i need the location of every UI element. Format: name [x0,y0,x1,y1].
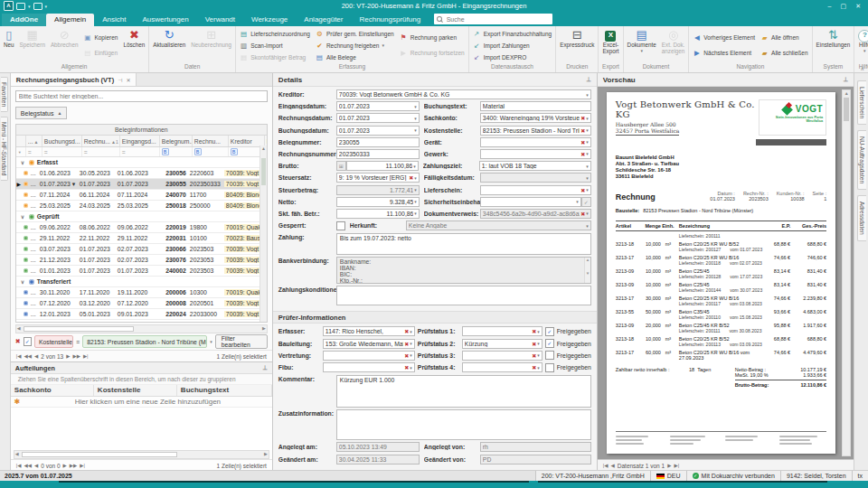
prev-page-icon[interactable]: ◀ [34,463,38,468]
dock-tab-adressdaten[interactable]: Adressdaten [857,195,866,241]
scrollbar-thumb[interactable] [24,326,134,332]
chevron-down-icon[interactable]: ▾ [586,92,589,98]
open-icon[interactable] [16,3,25,10]
geraet-field[interactable]: ✖▾ [480,137,591,147]
export-finanzbuchhaltung-button[interactable]: ↗Export Finanzbuchhaltung [473,28,552,39]
edit-filter-button[interactable]: Filter bearbeiten [215,334,268,349]
freigegeben-checkbox[interactable] [545,363,554,372]
person-field[interactable]: 1147: Rico Henschel,✖▾ [323,326,415,336]
zahlung-field[interactable]: Bis zum 19.07.2023: netto [336,233,591,255]
chevron-down-icon[interactable]: ▾ [414,199,417,204]
dock-tab-nu-auftragsdaten[interactable]: NU-Auftragsdaten [857,130,866,190]
chevron-down-icon[interactable]: ▾ [410,365,412,371]
chevron-down-icon[interactable]: ▾ [586,187,589,192]
chevron-down-icon[interactable]: ▾ [576,199,579,204]
column-header-4[interactable]: Belegnum... [160,136,193,146]
clear-icon[interactable]: ✖ [532,364,536,371]
chevron-down-icon[interactable]: ▾ [410,352,412,358]
chevron-down-icon[interactable]: ▾ [414,175,417,181]
dokumente-button[interactable]: ▤Dokumente▾ [625,27,659,63]
ribbon-tab-ansicht[interactable]: Ansicht [94,14,134,26]
column-header-5[interactable]: Rechnu... [193,136,229,146]
chevron-down-icon[interactable]: ▾ [410,329,412,334]
chevron-down-icon[interactable]: ▾ [586,151,589,156]
aktualisieren-button[interactable]: ↻Aktualisieren [150,27,188,63]
chevron-down-icon[interactable]: ∨ [16,278,29,285]
buchungsdatum-field[interactable]: 01.07.2023▾ [336,126,420,136]
alle-belege-button[interactable]: ▤Alle Belege [316,52,394,62]
next-page-icon[interactable]: ▶ [63,463,67,468]
clear-icon[interactable]: ✖ [580,211,585,217]
lieferschein-field[interactable]: ✖▾ [480,185,591,195]
first-page-icon[interactable]: |◀ [16,353,22,359]
dock-tab-menu[interactable]: Menü - HF-Standard [1,117,8,181]
prev-page-icon[interactable]: ◀ [34,353,38,359]
clear-icon[interactable]: ✖ [404,328,409,334]
filter-cell-3[interactable]: = [120,147,160,156]
chevron-down-icon[interactable]: ▾ [210,339,212,344]
chevron-down-icon[interactable]: ▾ [45,4,48,9]
chevron-down-icon[interactable]: ▾ [414,211,417,216]
column-header-2[interactable]: Rechnu...▲1 [82,136,120,146]
chevron-down-icon[interactable]: ▾ [586,223,589,229]
ribbon-tab-addone[interactable]: AddOne [2,14,46,26]
column-header-1[interactable]: Buchungsd... [42,136,82,146]
pin-icon[interactable]: ⊥ [262,364,268,371]
kommentar-field[interactable]: Kürzung EUR 1.000 [336,375,591,408]
scroll-left-icon[interactable]: ◀ [15,451,19,457]
ribbon-tab-werkzeuge[interactable]: Werkzeuge [243,14,296,26]
import-zahlungen-button[interactable]: ↙Import Zahlungen [473,40,552,51]
zahlungsziel-field[interactable]: 1: laut VOB 18 Tage▾ [479,161,591,171]
table-row[interactable]: ...07.12.202003.12.202007.12.20202000082… [16,298,267,309]
pruefstatus-field[interactable]: ✖▾ [462,362,542,372]
maximize-icon[interactable]: ▢ [841,3,847,10]
table-row[interactable]: ...01.01.202301.07.202301.07.20232400022… [16,266,267,277]
chevron-down-icon[interactable]: ▾ [414,104,417,109]
next-fast-icon[interactable]: ▶▶ [72,353,80,359]
table-row[interactable]: ...25.03.202524.03.202525.03.20252500182… [16,201,267,211]
table-row[interactable]: ▶...01.07.2023 ▾01.07.202301.07.20232300… [16,179,267,190]
rechnung-freigeben-button[interactable]: ✔Rechnung freigeben▾ [316,40,394,51]
pruefstatus-field[interactable]: Kürzung✖▾ [462,339,542,349]
statusbar-segment[interactable]: DEU [650,471,686,481]
filter-value-chip[interactable]: 82153: Preussen Stadion - Nord Tribüne (… [82,335,207,348]
ribbon-search-input[interactable] [445,15,550,23]
chevron-down-icon[interactable]: ▾ [537,341,540,346]
statusbar-segment[interactable]: 200: VT-200-Husemann ,Fritz GmbH [535,471,650,481]
prev-page-icon[interactable]: ◀ [611,463,615,468]
grid-vscrollbar[interactable]: ▲ [259,145,267,322]
chevron-down-icon[interactable]: ▾ [414,187,417,192]
person-field[interactable]: 153: Große Wiedemann, Matthias✖▾ [323,339,415,349]
clear-icon[interactable]: ✖ [532,352,536,359]
nächstes-element-button[interactable]: ▶Nächstes Element [693,48,755,59]
chevron-down-icon[interactable]: ▾ [586,164,589,169]
sicherheitseinbehalt-field[interactable]: ▾ [480,197,581,207]
first-page-icon[interactable]: |◀ [16,463,22,468]
last-page-icon[interactable]: ▶| [83,353,89,359]
book-search-input[interactable] [15,90,268,102]
rechnungsnummer-field[interactable]: 202350333 [336,149,420,159]
clear-icon[interactable]: ✖ [532,328,536,334]
pin-icon[interactable]: ⊥ [586,76,591,83]
belegnummer-field[interactable]: 230055 [336,137,420,147]
vorheriges-element-button[interactable]: ◀Vorheriges Element [693,32,755,42]
freigegeben-checkbox[interactable]: ✓ [545,327,554,336]
clear-icon[interactable]: ✖ [532,341,536,347]
filter-active-checkbox[interactable]: ✓ [24,337,32,346]
prev-fast-icon[interactable]: ◀◀ [24,353,32,359]
chevron-down-icon[interactable]: ▾ [586,175,589,181]
person-field[interactable]: ✖▾ [323,362,415,372]
chevron-down-icon[interactable]: ▾ [537,352,540,358]
filter-field-chip[interactable]: Kostenstelle [34,335,73,348]
table-row[interactable]: ...21.12.202301.07.202302.07.20232300762… [16,255,267,266]
aufteilungen-column-kostenstelle[interactable]: Kostenstelle [94,385,177,396]
clear-icon[interactable]: ✖ [580,151,585,157]
buchungstext-field[interactable]: Material [480,101,591,111]
app-icon[interactable]: A [4,1,14,11]
ribbon-tab-verwandt[interactable]: Verwandt [197,14,243,26]
clear-icon[interactable]: ✖ [409,174,413,181]
zahlungskonditionen-field[interactable] [336,286,591,305]
table-row[interactable]: ...09.06.202208.06.202209.06.20222200191… [16,222,267,233]
chevron-down-icon[interactable]: ▾ [586,139,589,145]
filter-cell-4[interactable]: B [160,147,193,156]
